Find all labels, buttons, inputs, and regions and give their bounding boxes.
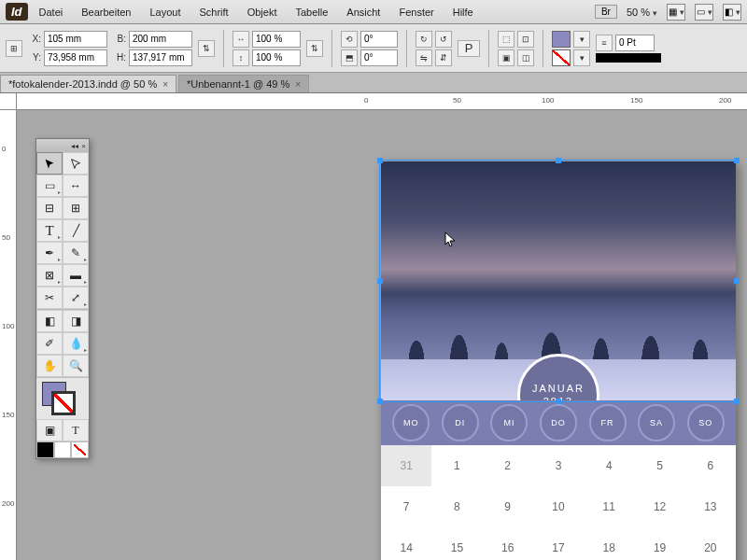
document-tab-2[interactable]: *Unbenannt-1 @ 49 % × [178,75,309,92]
pen-tool[interactable]: ✒▸ [36,242,63,264]
formatting-text-icon[interactable]: T [63,419,89,441]
calendar-cell[interactable]: 9 [483,486,533,527]
calendar-cell[interactable]: 7 [381,486,431,527]
stroke-weight-input[interactable] [615,35,655,51]
calendar-cell[interactable]: 5 [634,445,684,486]
close-icon[interactable]: × [81,142,86,150]
calendar-cell[interactable]: 6 [685,445,736,486]
eyedropper-tool[interactable]: 💧▸ [63,332,89,355]
content-placer-tool[interactable]: ⊞ [63,197,89,219]
calendar-cell[interactable]: 17 [533,527,584,560]
fit-frame-icon[interactable]: ▣ [498,49,514,66]
document-tab-1[interactable]: *fotokalender-2013.indd @ 50 % × [0,75,176,92]
gradient-feather-tool[interactable]: ◨ [63,310,89,332]
flip-v-icon[interactable]: ⇵ [435,49,452,66]
calendar-cell[interactable]: 10 [533,486,584,527]
canvas[interactable]: ◂◂× ▭▸ ↔ ⊟ ⊞ T▸ ╱ ✒▸ ✎▸ ⊠▸ ▬▸ ✂ ⤢▸ ◧ ◨ ✐ [17,110,747,560]
stroke-dropdown-icon[interactable]: ▾ [573,49,590,66]
width-input[interactable] [129,31,192,48]
gap-tool[interactable]: ↔ [63,175,89,197]
apply-none-icon[interactable] [71,441,89,458]
calendar-cell[interactable]: 15 [431,527,482,560]
shear-input[interactable] [360,49,398,66]
free-transform-tool[interactable]: ⤢▸ [63,287,89,309]
menu-objekt[interactable]: Objekt [240,4,285,21]
page-tool[interactable]: ▭▸ [36,175,63,197]
bridge-button[interactable]: Br [595,5,617,19]
rectangle-tool[interactable]: ▬▸ [63,264,89,287]
stroke-style-preview[interactable] [596,53,661,63]
type-tool[interactable]: T▸ [36,219,63,242]
panel-titlebar[interactable]: ◂◂× [36,139,89,152]
apply-gradient-icon[interactable] [54,441,72,458]
scale-y-input[interactable] [252,49,301,66]
calendar-cell[interactable]: 2 [483,445,533,486]
calendar-cell[interactable]: 13 [685,486,736,527]
calendar-cell[interactable]: 4 [584,445,634,486]
selection-tool[interactable] [36,152,63,175]
menu-datei[interactable]: Datei [32,4,71,21]
line-tool[interactable]: ╱ [63,219,89,242]
calendar-cell[interactable]: 11 [584,486,634,527]
calendar-cell[interactable]: 20 [685,527,736,560]
scissors-tool[interactable]: ✂ [36,287,63,309]
document-page[interactable]: JANUAR 2013 MO DI MI DO FR SA SO 3112345… [381,161,736,560]
height-input[interactable] [129,49,192,66]
x-input[interactable] [44,31,107,48]
ruler-origin[interactable] [0,93,17,110]
calendar-cell[interactable]: 14 [381,527,431,560]
zoom-level-dropdown[interactable]: 50 % [627,7,657,18]
rotate-cw-icon[interactable]: ↻ [416,31,432,48]
select-container-icon[interactable]: ⬚ [498,31,514,48]
fill-dropdown-icon[interactable]: ▾ [573,31,590,48]
menu-hilfe[interactable]: Hilfe [445,4,481,21]
zoom-tool[interactable]: 🔍 [63,355,89,377]
calendar-cell[interactable]: 31 [381,445,431,486]
menu-tabelle[interactable]: Tabelle [288,4,335,21]
rotate-ccw-icon[interactable]: ↺ [435,31,452,48]
calendar-cell[interactable]: 19 [634,527,684,560]
hand-tool[interactable]: ✋ [36,355,63,377]
flip-h-icon[interactable]: ⇋ [416,49,432,66]
calendar-cell[interactable]: 16 [483,527,533,560]
screen-mode-button[interactable]: ▭ [695,4,713,21]
pencil-tool[interactable]: ✎▸ [63,242,89,264]
menu-layout[interactable]: Layout [142,4,188,21]
apply-color-icon[interactable] [36,441,54,458]
note-tool[interactable]: ✐ [36,332,63,355]
stroke-proxy[interactable] [51,391,76,415]
vertical-ruler[interactable]: 0 50 100 150 200 [0,110,17,560]
gradient-swatch-tool[interactable]: ◧ [36,310,63,332]
formatting-container-icon[interactable]: ▣ [36,419,63,441]
menu-ansicht[interactable]: Ansicht [339,4,388,21]
paragraph-icon[interactable]: P [458,40,480,57]
fill-stroke-proxy[interactable] [36,378,89,419]
calendar-photo-frame[interactable]: JANUAR 2013 [381,161,736,400]
constrain-proportions-icon[interactable]: ⇅ [198,40,215,57]
select-content-icon[interactable]: ⊡ [517,31,534,48]
close-icon[interactable]: × [295,79,301,90]
rotation-input[interactable] [360,31,398,48]
stroke-swatch[interactable] [552,49,571,66]
menu-bearbeiten[interactable]: Bearbeiten [74,4,138,21]
reference-point-icon[interactable]: ⊞ [6,40,22,57]
scale-x-input[interactable] [252,31,301,48]
calendar-cell[interactable]: 3 [533,445,584,486]
calendar-cell[interactable]: 18 [584,527,634,560]
menu-fenster[interactable]: Fenster [391,4,441,21]
menu-schrift[interactable]: Schrift [192,4,236,21]
horizontal-ruler[interactable]: 0 50 100 150 200 [17,93,747,110]
collapse-icon[interactable]: ◂◂ [71,142,78,150]
direct-selection-tool[interactable] [63,152,89,175]
rectangle-frame-tool[interactable]: ⊠▸ [36,264,63,287]
y-input[interactable] [44,49,107,66]
content-collector-tool[interactable]: ⊟ [36,197,63,219]
calendar-cell[interactable]: 12 [634,486,684,527]
calendar-cell[interactable]: 1 [431,445,482,486]
constrain-scale-icon[interactable]: ⇅ [306,40,323,57]
fill-swatch[interactable] [552,31,571,48]
calendar-cell[interactable]: 8 [431,486,482,527]
view-mode-button[interactable]: ▦ [667,4,685,21]
arrange-button[interactable]: ◧ [723,4,741,21]
fit-content-icon[interactable]: ◫ [517,49,534,66]
